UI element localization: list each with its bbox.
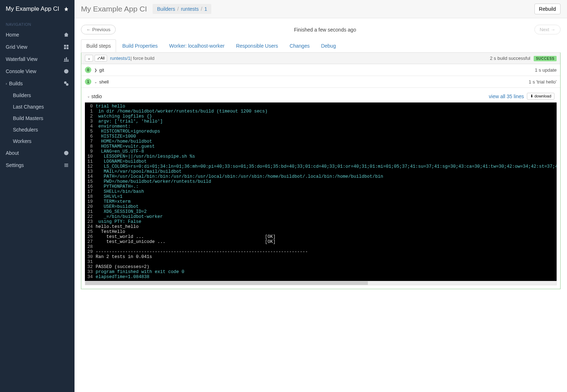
line-number: 0 (85, 104, 96, 109)
crumb-builders[interactable]: Builders (157, 6, 175, 12)
previous-button[interactable]: ← Previous (81, 25, 116, 34)
line-number: 2 (85, 114, 96, 119)
terminal-line: 4 environment: (85, 124, 557, 129)
terminal-line: 11 LOGNAME=buildbot (85, 159, 557, 164)
line-number: 7 (85, 139, 96, 144)
line-number: 25 (85, 229, 96, 234)
horizontal-scrollbar[interactable] (85, 281, 557, 285)
line-number: 10 (85, 154, 96, 159)
page-title: My Example App CI (81, 5, 147, 13)
line-text: XDG_SESSION_ID=2 (96, 209, 147, 214)
line-text: trial hello (96, 104, 125, 109)
sidebar-item-schedulers[interactable]: Schedulers (11, 124, 75, 135)
sidebar-item-label: Workers (13, 138, 32, 144)
chevron-down-icon[interactable]: ⌄ (87, 94, 90, 98)
terminal-line: 10 LESSOPEN=||/usr/bin/lesspipe.sh %s (85, 154, 557, 159)
next-button[interactable]: Next → (534, 25, 561, 34)
line-number: 14 (85, 174, 96, 179)
terminal-line: 33program finished with exit code 0 (85, 269, 557, 274)
line-text: LS_COLORS=rs=0:di=01;34:ln=01;36:mh=00:p… (96, 164, 557, 169)
terminal-line: 32PASSED (successes=2) (85, 264, 557, 269)
terminal-line: 9 LANG=en_US.UTF-8 (85, 149, 557, 154)
terminal-line: 3 argv: ['trial', 'hello'] (85, 119, 557, 124)
terminal-line: 5 HISTCONTROL=ignoredups (85, 129, 557, 134)
log-title: stdio (91, 94, 102, 99)
build-ref-link[interactable]: runtests/1 (110, 56, 130, 61)
panel-top: ⌄ ⤢All runtests/1 | force build 2 s buil… (81, 53, 560, 64)
tab-responsible-users[interactable]: Responsible Users (231, 39, 284, 52)
line-number: 34 (85, 274, 96, 279)
terminal-line: 24hello.test_hello (85, 224, 557, 229)
sidebar-item-builds[interactable]: ›Builds (0, 77, 75, 90)
crumb-runtests[interactable]: runtests (181, 6, 199, 12)
line-text: TestHello (96, 229, 125, 234)
pin-icon[interactable] (64, 6, 69, 12)
rebuild-button[interactable]: Rebuild (534, 4, 561, 14)
download-label: download (534, 94, 551, 98)
sidebar-item-console[interactable]: Console View (0, 65, 75, 77)
sidebar-brand[interactable]: My Example App CI (0, 0, 75, 18)
sidebar-item-workers[interactable]: Workers (11, 135, 75, 147)
line-text: HOSTNAME=vultr.guest (96, 144, 155, 149)
step-row[interactable]: 0 ❯ git 1 s update (81, 64, 560, 76)
chevron-right-icon[interactable]: ❯ (94, 68, 97, 72)
gears-icon (64, 81, 69, 86)
crumb-build-id[interactable]: 1 (205, 6, 207, 12)
sidebar-item-build-masters[interactable]: Build Masters (11, 113, 75, 124)
view-all-link[interactable]: view all 35 lines (489, 94, 524, 99)
sidebar-item-last-changes[interactable]: Last Changes (11, 101, 75, 113)
sidebar-item-settings[interactable]: Settings (0, 159, 75, 171)
tab-build-properties[interactable]: Build Properties (117, 39, 163, 52)
line-text: TERM=xterm (96, 199, 131, 204)
line-text: LESSOPEN=||/usr/bin/lesspipe.sh %s (96, 154, 195, 159)
terminal-line: 20 USER=buildbot (85, 204, 557, 209)
sliders-icon (64, 163, 69, 168)
terminal-line: 28 (85, 244, 557, 249)
line-number: 33 (85, 269, 96, 274)
build-summary: 2 s build successful SUCCESS (490, 56, 557, 61)
step-row[interactable]: 1 ⌄ shell 1 s 'trial hello' (81, 76, 560, 88)
breadcrumb-sep: / (177, 6, 179, 12)
line-number: 26 (85, 234, 96, 239)
sidebar-item-label: About (6, 150, 19, 156)
terminal-line: 19 TERM=xterm (85, 199, 557, 204)
line-number: 23 (85, 219, 96, 224)
terminal-output[interactable]: 0trial hello1 in dir /home/buildbot/work… (85, 102, 557, 281)
tab-build-steps[interactable]: Build steps (81, 39, 116, 52)
grid-icon (64, 44, 69, 50)
sidebar-item-grid[interactable]: Grid View (0, 41, 75, 53)
line-text: environment: (96, 124, 131, 129)
line-text: LOGNAME=buildbot (96, 159, 147, 164)
line-text: MAIL=/var/spool/mail/buildbot (96, 169, 182, 174)
sidebar-item-home[interactable]: Home (0, 29, 75, 41)
line-number: 3 (85, 119, 96, 124)
terminal-line: 27 test_world_unicode ... [OK] (85, 239, 557, 244)
line-text: USER=buildbot (96, 204, 139, 209)
sidebar-item-about[interactable]: About (0, 147, 75, 159)
collapse-toggle-button[interactable]: ⌄ (85, 55, 93, 62)
line-number: 30 (85, 254, 96, 259)
line-number: 20 (85, 204, 96, 209)
svg-point-1 (64, 81, 67, 84)
info-icon (64, 69, 69, 74)
line-number: 13 (85, 169, 96, 174)
sidebar-item-label: Grid View (6, 44, 27, 50)
tab-debug[interactable]: Debug (316, 39, 341, 52)
sidebar-item-label: Last Changes (13, 104, 44, 110)
sidebar-item-builders[interactable]: Builders (11, 90, 75, 101)
tab-changes[interactable]: Changes (284, 39, 315, 52)
download-button[interactable]: ⬇ download (527, 93, 554, 100)
line-number: 24 (85, 224, 96, 229)
expand-all-button[interactable]: ⤢All (95, 55, 107, 62)
line-number: 29 (85, 249, 96, 254)
tab-worker[interactable]: Worker: localhost-worker (164, 39, 230, 52)
sidebar-item-waterfall[interactable]: Waterfall View (0, 53, 75, 65)
line-text: PASSED (successes=2) (96, 264, 149, 269)
tabs: Build steps Build Properties Worker: loc… (81, 39, 561, 53)
chevron-down-icon[interactable]: ⌄ (94, 80, 97, 84)
line-text: SHLVL=1 (96, 194, 122, 199)
scrollbar-thumb[interactable] (85, 281, 368, 285)
paging-bar: ← Previous Finished a few seconds ago Ne… (81, 25, 561, 34)
sidebar-item-label: Build Masters (13, 115, 43, 121)
line-text: hello.test_hello (96, 224, 139, 229)
